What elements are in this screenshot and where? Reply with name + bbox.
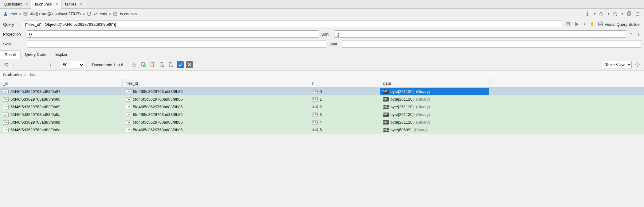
table-cell[interactable]: 1011byte[261120](Binary) — [380, 88, 489, 96]
prev-page-button[interactable]: ← — [27, 61, 33, 68]
close-icon[interactable]: × — [55, 2, 59, 6]
table-cell[interactable]: ⬚≡5fd46f5d3629763ad83f9b8c — [0, 126, 122, 134]
crumb-collection[interactable]: fs.chunks — [120, 12, 137, 16]
table-cell[interactable]: ⬚≡5fd46f5d3629763ad83f9b88 — [0, 95, 122, 103]
table-cell[interactable]: ⬚≡5fd46f5c3629763ad83f9b86 — [122, 88, 309, 96]
table-row[interactable]: ⬚≡5fd46f5d3629763ad83f9b89⬚≡5fd46f5c3629… — [0, 103, 644, 111]
table-cell[interactable]: ⬚≡5fd46f5c3629763ad83f9b86 — [122, 126, 309, 134]
edit-document-icon[interactable] — [149, 61, 156, 68]
projection-label: Projection — [3, 32, 25, 36]
table-cell[interactable]: 1011byte[60699](Binary) — [380, 126, 489, 134]
table-cell-empty — [489, 126, 644, 134]
table-crumb-sub[interactable]: data — [29, 72, 37, 77]
close-icon[interactable]: × — [80, 2, 83, 6]
visual-query-builder-button[interactable]: Visual Query Builder — [598, 21, 641, 27]
sort-label: Sort — [321, 32, 332, 36]
tab-explain[interactable]: Explain — [51, 50, 73, 59]
settings-icon[interactable] — [634, 61, 641, 68]
chevron-down-icon[interactable]: ▼ — [593, 12, 596, 15]
column-header-data[interactable]: data — [380, 79, 489, 88]
cell-value: 5fd46f5c3629763ad83f9b86 — [133, 128, 183, 132]
table-cell[interactable]: ⬚≡5fd46f5c3629763ad83f9b86 — [122, 95, 309, 103]
check-button[interactable] — [177, 61, 184, 68]
projection-input[interactable] — [27, 30, 319, 38]
type-icon: i32 — [312, 97, 318, 102]
update-document-icon[interactable] — [159, 61, 165, 68]
first-page-button[interactable]: |← — [18, 61, 24, 68]
results-table: _id files_id n data ⬚≡5fd46f5d3629763ad8… — [0, 79, 644, 134]
result-toolbar-left: |← ← → →| 50 Documents 1 to 6 — [3, 61, 193, 68]
table-cell[interactable]: i324 — [309, 118, 380, 126]
star-icon[interactable] — [612, 10, 618, 17]
query-options-icon[interactable] — [564, 21, 571, 28]
table-cell[interactable]: ⬚≡5fd46f5d3629763ad83f9b8b — [0, 118, 122, 126]
hint-icon[interactable] — [589, 21, 595, 28]
limit-input[interactable] — [342, 40, 641, 48]
anchor-icon[interactable] — [584, 10, 591, 17]
add-document-icon[interactable] — [140, 61, 147, 68]
chevron-down-icon[interactable]: ▼ — [621, 12, 624, 15]
crumb-root[interactable]: root — [10, 12, 17, 16]
table-cell[interactable]: 1011byte[261120](Binary) — [380, 95, 489, 103]
page-size-select[interactable]: 50 — [60, 61, 84, 68]
table-cell[interactable]: ⬚≡5fd46f5d3629763ad83f9b8a — [0, 111, 122, 118]
table-cell[interactable]: 1011byte[261120](Binary) — [380, 118, 489, 126]
tab-quickstart[interactable]: Quickstart × — [0, 0, 31, 8]
paste-icon[interactable] — [634, 10, 641, 17]
tab-fs-files[interactable]: fs.files × — [61, 0, 86, 8]
tab-result[interactable]: Result — [0, 50, 21, 59]
view-mode-select[interactable]: Table View — [602, 61, 632, 68]
table-row[interactable]: ⬚≡5fd46f5d3629763ad83f9b88⬚≡5fd46f5c3629… — [0, 95, 644, 103]
run-query-button[interactable] — [574, 21, 580, 28]
type-icon: 1011 — [383, 105, 389, 109]
table-cell[interactable]: ⬚≡5fd46f5c3629763ad83f9b86 — [122, 103, 309, 111]
table-row[interactable]: ⬚≡5fd46f5d3629763ad83f9b8c⬚≡5fd46f5c3629… — [0, 126, 644, 134]
chevron-down-icon[interactable]: ▼ — [607, 12, 610, 15]
query-input[interactable] — [23, 21, 562, 28]
table-cell[interactable]: i322 — [309, 103, 380, 111]
result-toolbar: |← ← → →| 50 Documents 1 to 6 Table View — [0, 59, 644, 71]
table-cell[interactable]: i323 — [309, 111, 380, 118]
close-icon[interactable]: × — [25, 2, 29, 6]
limit-label: Limit — [329, 42, 340, 46]
table-cell[interactable]: i320 — [309, 88, 380, 96]
lock-icon[interactable] — [131, 61, 138, 68]
chevron-down-icon[interactable]: ▼ — [583, 23, 586, 26]
type-icon: ⬚≡ — [126, 113, 131, 117]
last-page-button[interactable]: →| — [45, 61, 52, 68]
next-page-button[interactable]: → — [36, 61, 43, 68]
view-document-icon[interactable] — [168, 61, 175, 68]
table-cell[interactable]: ⬚≡5fd46f5c3629763ad83f9b86 — [122, 118, 309, 126]
table-cell[interactable]: ⬚≡5fd46f5d3629763ad83f9b89 — [0, 103, 122, 111]
column-header-id[interactable]: _id — [0, 79, 122, 88]
column-header-files-id[interactable]: files_id — [122, 79, 309, 88]
copy-icon[interactable] — [626, 10, 632, 17]
crumb-database[interactable]: xc_cms — [94, 12, 107, 16]
separator — [127, 62, 127, 68]
table-row[interactable]: ⬚≡5fd46f5d3629763ad83f9b8b⬚≡5fd46f5c3629… — [0, 118, 644, 126]
table-cell[interactable]: i325 — [309, 126, 380, 134]
tab-fs-chunks[interactable]: fs.chunks × — [31, 0, 61, 9]
cancel-button[interactable] — [186, 61, 193, 68]
table-cell[interactable]: i321 — [309, 95, 380, 103]
svg-rect-4 — [114, 12, 117, 15]
table-cell[interactable]: 1011byte[261120](Binary) — [380, 103, 489, 111]
history-icon[interactable] — [598, 10, 605, 17]
sort-desc-button[interactable]: ↓ — [636, 31, 641, 37]
column-header-empty — [489, 79, 644, 88]
tab-query-code[interactable]: Query Code — [21, 50, 51, 59]
sort-input[interactable] — [335, 30, 626, 38]
sort-asc-button[interactable]: ↑ — [629, 31, 634, 37]
refresh-button[interactable] — [3, 61, 10, 68]
crumb-connection[interactable]: 本地 (root@localhost:27017) — [30, 11, 81, 17]
column-header-n[interactable]: n — [309, 79, 380, 88]
table-cell-empty — [489, 118, 644, 126]
query-dropdown-toggle[interactable]: ⌄ — [18, 23, 20, 26]
skip-input[interactable] — [27, 40, 326, 48]
table-row[interactable]: ⬚≡5fd46f5d3629763ad83f9b87⬚≡5fd46f5c3629… — [0, 88, 644, 96]
table-cell[interactable]: 1011byte[261120](Binary) — [380, 111, 489, 118]
table-crumb-main[interactable]: fs.chunks — [3, 72, 22, 77]
table-cell[interactable]: ⬚≡5fd46f5d3629763ad83f9b87 — [0, 88, 122, 96]
table-row[interactable]: ⬚≡5fd46f5d3629763ad83f9b8a⬚≡5fd46f5c3629… — [0, 111, 644, 118]
table-cell[interactable]: ⬚≡5fd46f5c3629763ad83f9b86 — [122, 111, 309, 118]
